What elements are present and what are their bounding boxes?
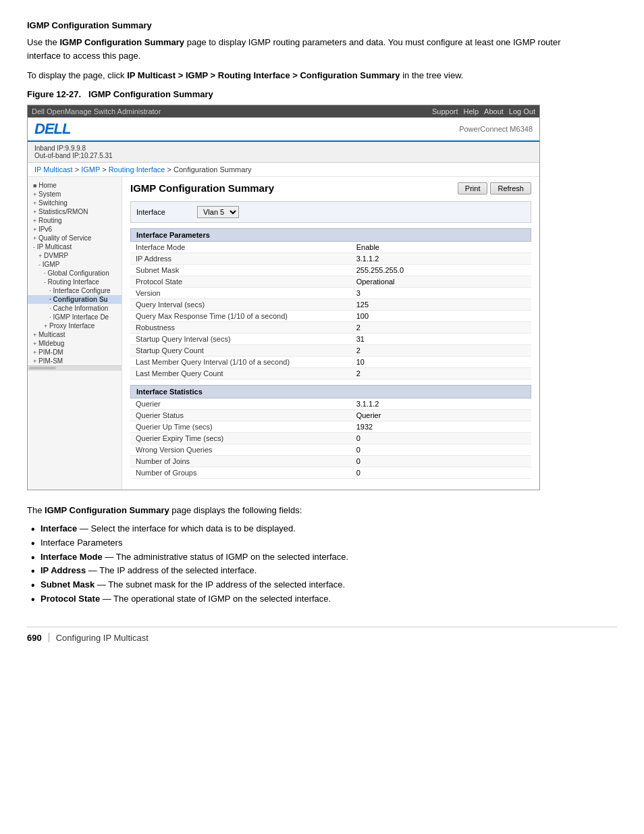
sidebar-item-config-summary[interactable]: · Configuration Su	[28, 295, 122, 304]
browser-app-name: Dell OpenManage Switch Administrator	[32, 107, 161, 115]
page-description-2: To display the page, click IP Multicast …	[27, 69, 581, 82]
param-label: Last Member Query Interval (1/10 of a se…	[130, 356, 351, 367]
interface-label: Interface	[136, 208, 190, 216]
stat-value: 0	[351, 467, 531, 478]
list-item: IP Address — The IP address of the selec…	[27, 564, 581, 578]
sidebar-item-mldebug[interactable]: + Mldebug	[28, 339, 122, 348]
page-number: 690	[27, 633, 42, 643]
table-row: Querier Status Querier	[130, 409, 531, 421]
sidebar-item-multicast[interactable]: + Multicast	[28, 330, 122, 339]
about-link[interactable]: About	[484, 107, 504, 115]
outofband-ip: Out-of-band IP:10.27.5.31	[34, 152, 533, 159]
stat-value: 0	[351, 444, 531, 455]
sidebar-item-pimdm[interactable]: + PIM-DM	[28, 348, 122, 357]
page-description: Use the IGMP Configuration Summary page …	[27, 36, 581, 62]
stat-label: Querier Up Time (secs)	[130, 421, 351, 432]
dell-logo: DELL	[34, 120, 70, 138]
param-value: 2	[351, 321, 531, 333]
footer-separator	[49, 633, 49, 642]
param-label: Query Max Response Time (1/10 of a secon…	[130, 310, 351, 321]
table-row: Interface Mode Enable	[130, 242, 531, 253]
param-label: Query Interval (secs)	[130, 298, 351, 310]
table-row: Querier 3.1.1.2	[130, 398, 531, 410]
sidebar-item-igmp[interactable]: - IGMP	[28, 260, 122, 269]
sidebar-item-interface-configure[interactable]: · Interface Configure	[28, 286, 122, 295]
scrollbar-track	[29, 367, 56, 369]
param-label: Interface Mode	[130, 242, 351, 253]
support-link[interactable]: Support	[432, 107, 458, 115]
breadcrumb: IP Multicast > IGMP > Routing Interface …	[28, 163, 539, 177]
param-value: 2	[351, 367, 531, 379]
browser-frame: Dell OpenManage Switch Administrator Sup…	[27, 105, 540, 490]
param-value: 125	[351, 298, 531, 310]
table-row: Number of Groups 0	[130, 467, 531, 478]
sidebar-item-home[interactable]: ■ Home	[28, 181, 122, 190]
product-name: PowerConnect M6348	[459, 125, 533, 133]
sidebar-item-switching[interactable]: + Switching	[28, 199, 122, 207]
breadcrumb-current: Configuration Summary	[173, 165, 252, 174]
list-item: Interface — Select the interface for whi…	[27, 522, 581, 536]
interface-select[interactable]: Vlan 5	[197, 206, 239, 218]
sidebar-item-ip-multicast[interactable]: - IP Multicast	[28, 242, 122, 251]
list-item: Subnet Mask — The subnet mask for the IP…	[27, 578, 581, 592]
stat-value: 3.1.1.2	[351, 398, 531, 410]
param-label: Startup Query Interval (secs)	[130, 333, 351, 344]
table-row: Version 3	[130, 287, 531, 298]
print-button[interactable]: Print	[458, 182, 488, 194]
sidebar-item-statistics[interactable]: + Statistics/RMON	[28, 207, 122, 216]
refresh-button[interactable]: Refresh	[490, 182, 531, 194]
sidebar-item-pimsm[interactable]: + PIM-SM	[28, 357, 122, 365]
interface-statistics-table: Querier 3.1.1.2 Querier Status Querier Q…	[130, 398, 531, 479]
main-layout: ■ Home + System + Switching + Statistics…	[28, 177, 539, 490]
desc-bold-1: IGMP Configuration Summary	[59, 37, 184, 47]
table-row: Startup Query Count 2	[130, 344, 531, 356]
stat-label: Querier	[130, 398, 351, 410]
table-row: Last Member Query Interval (1/10 of a se…	[130, 356, 531, 367]
sidebar-item-global-config[interactable]: · Global Configuration	[28, 269, 122, 278]
browser-toolbar-right: Support Help About Log Out	[432, 107, 535, 115]
sidebar-item-ipv6[interactable]: + IPv6	[28, 225, 122, 234]
breadcrumb-routing-interface[interactable]: Routing Interface	[109, 165, 165, 174]
param-label: Robustness	[130, 321, 351, 333]
list-item: Protocol State — The operational state o…	[27, 592, 581, 606]
table-row: Wrong Version Queries 0	[130, 444, 531, 455]
logout-link[interactable]: Log Out	[509, 107, 535, 115]
sidebar-item-system[interactable]: + System	[28, 190, 122, 199]
sidebar-item-igmp-interface-de[interactable]: · IGMP Interface De	[28, 313, 122, 321]
param-label: Subnet Mask	[130, 264, 351, 276]
content-title: IGMP Configuration Summary	[130, 182, 274, 194]
stat-value: 0	[351, 455, 531, 467]
desc-path: IP Multicast > IGMP > Routing Interface …	[127, 70, 400, 80]
list-item: Interface Parameters	[27, 536, 581, 550]
table-row: IP Address 3.1.1.2	[130, 253, 531, 264]
help-link[interactable]: Help	[463, 107, 479, 115]
sidebar-scrollbar[interactable]	[28, 365, 122, 371]
param-value: 100	[351, 310, 531, 321]
stat-value: 1932	[351, 421, 531, 432]
param-value: 10	[351, 356, 531, 367]
section-header-params: Interface Parameters	[130, 228, 531, 242]
sidebar: ■ Home + System + Switching + Statistics…	[28, 177, 122, 490]
param-value: 255.255.255.0	[351, 264, 531, 276]
list-item: Interface Mode — The administrative stat…	[27, 550, 581, 565]
interface-row: Interface Vlan 5	[130, 201, 531, 223]
content-area: IGMP Configuration Summary Print Refresh…	[122, 177, 539, 490]
param-label: Startup Query Count	[130, 344, 351, 356]
browser-toolbar: Dell OpenManage Switch Administrator Sup…	[28, 105, 539, 118]
interface-parameters-table: Interface Mode Enable IP Address 3.1.1.2…	[130, 242, 531, 380]
sidebar-item-routing[interactable]: + Routing	[28, 216, 122, 225]
sidebar-item-dvmrp[interactable]: + DVMRP	[28, 251, 122, 260]
sidebar-item-proxy-interface[interactable]: + Proxy Interface	[28, 321, 122, 330]
table-row: Querier Up Time (secs) 1932	[130, 421, 531, 432]
breadcrumb-igmp[interactable]: IGMP	[81, 165, 100, 174]
stat-label: Wrong Version Queries	[130, 444, 351, 455]
param-value: Enable	[351, 242, 531, 253]
sidebar-item-qos[interactable]: + Quality of Service	[28, 234, 122, 242]
table-row: Protocol State Operational	[130, 276, 531, 287]
breadcrumb-ip-multicast[interactable]: IP Multicast	[34, 165, 73, 174]
section-header-stats: Interface Statistics	[130, 385, 531, 398]
sidebar-item-routing-interface[interactable]: - Routing Interface	[28, 278, 122, 286]
sidebar-item-cache-info[interactable]: · Cache Information	[28, 304, 122, 313]
button-group: Print Refresh	[458, 182, 531, 194]
table-row: Startup Query Interval (secs) 31	[130, 333, 531, 344]
